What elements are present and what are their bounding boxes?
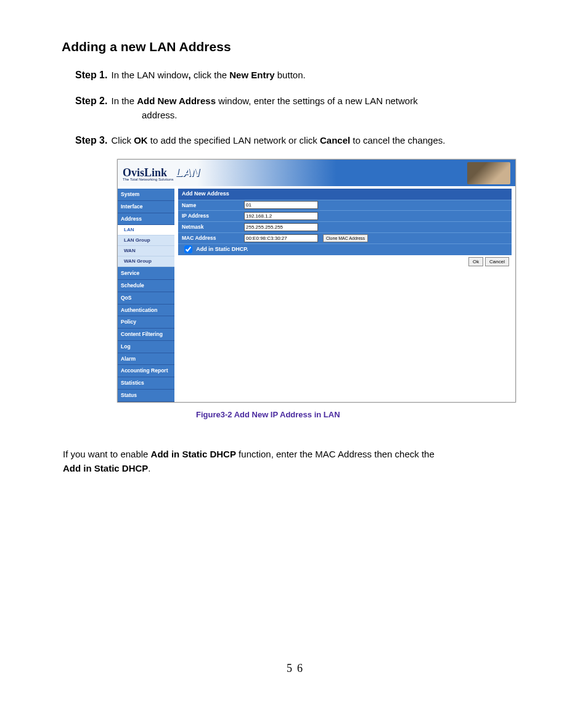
- step-2-label: Step 2.: [75, 96, 107, 106]
- ok-button[interactable]: Ok: [468, 257, 483, 266]
- header-section-title: LAN: [176, 164, 200, 182]
- step-2: Step 2.In the Add New Address window, en…: [75, 94, 533, 123]
- cancel-button[interactable]: Cancel: [485, 257, 509, 266]
- nav-service[interactable]: Service: [118, 268, 174, 280]
- label-mac: MAC Address: [178, 233, 244, 243]
- checkbox-static-dhcp[interactable]: [184, 245, 192, 253]
- header-photo: [467, 162, 510, 184]
- nav-alarm[interactable]: Alarm: [118, 353, 174, 366]
- step-3: Step 3.Click OK to add the specified LAN…: [75, 133, 533, 148]
- input-ip[interactable]: [244, 212, 318, 220]
- nav-schedule[interactable]: Schedule: [118, 280, 174, 292]
- step-1: Step 1.In the LAN window, click the New …: [75, 68, 533, 83]
- nav-qos[interactable]: QoS: [118, 292, 174, 305]
- clone-mac-button[interactable]: Clone MAC Address: [323, 234, 368, 242]
- form-title: Add New Address: [178, 189, 512, 200]
- logo-subtitle: The Total Networking Solutions: [123, 177, 174, 182]
- nav-address[interactable]: Address: [118, 213, 174, 226]
- nav-log[interactable]: Log: [118, 341, 174, 353]
- page-title: Adding a new LAN Address: [62, 37, 533, 57]
- subnav-wan-group[interactable]: WAN Group: [118, 256, 174, 267]
- input-mac[interactable]: [244, 234, 318, 242]
- nav-statistics[interactable]: Statistics: [118, 377, 174, 390]
- page-number: 56: [62, 660, 533, 677]
- closing-paragraph: If you want to enable Add in Static DHCP…: [63, 448, 533, 475]
- figure-caption: Figure3-2 Add New IP Address in LAN: [196, 409, 533, 421]
- screenshot-panel: OvisLink The Total Networking Solutions …: [117, 159, 516, 403]
- nav-accounting-report[interactable]: Accounting Report: [118, 365, 174, 377]
- nav-system[interactable]: System: [118, 189, 174, 201]
- nav-interface[interactable]: Interface: [118, 201, 174, 213]
- nav-authentication[interactable]: Authentication: [118, 305, 174, 317]
- subnav-wan[interactable]: WAN: [118, 246, 174, 256]
- subnav-lan[interactable]: LAN: [118, 225, 174, 235]
- step-1-label: Step 1.: [75, 70, 107, 80]
- sidebar-nav: System Interface Address LAN LAN Group W…: [118, 186, 174, 402]
- input-name[interactable]: [244, 201, 318, 209]
- nav-status[interactable]: Status: [118, 390, 174, 402]
- nav-content-filtering[interactable]: Content Filtering: [118, 329, 174, 341]
- input-netmask[interactable]: [244, 223, 318, 231]
- subnav-lan-group[interactable]: LAN Group: [118, 235, 174, 246]
- form-panel: Add New Address Name IP Address Netmask …: [174, 186, 515, 402]
- nav-policy[interactable]: Policy: [118, 316, 174, 329]
- label-netmask: Netmask: [178, 222, 244, 232]
- checkbox-label: Add in Static DHCP.: [196, 246, 248, 252]
- label-name: Name: [178, 200, 244, 211]
- screenshot-header: OvisLink The Total Networking Solutions …: [118, 160, 515, 186]
- step-3-label: Step 3.: [75, 135, 107, 145]
- label-ip: IP Address: [178, 211, 244, 221]
